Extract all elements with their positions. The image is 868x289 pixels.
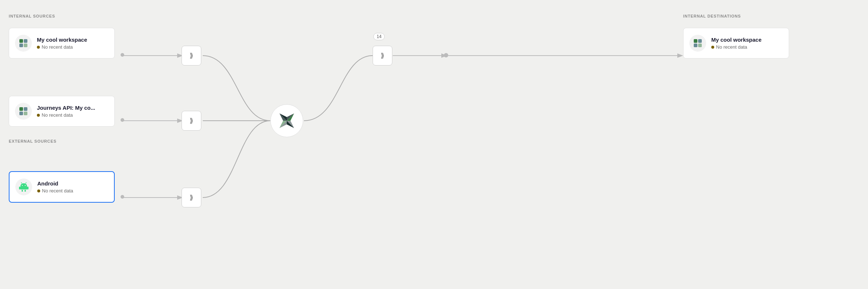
source-card-1[interactable]: My cool workspace No recent data bbox=[9, 28, 115, 59]
source-status-3: No recent data bbox=[37, 188, 73, 194]
src3-dot bbox=[121, 195, 124, 199]
status-dot-1 bbox=[37, 46, 40, 49]
destination-title-1: My cool workspace bbox=[711, 37, 762, 43]
source-icon-1 bbox=[15, 35, 32, 52]
connector-dot bbox=[444, 53, 448, 57]
destination-icon-1 bbox=[689, 35, 706, 52]
svg-point-17 bbox=[25, 185, 26, 186]
svg-rect-15 bbox=[20, 188, 27, 189]
chevron-icon-3: ⟫ bbox=[190, 194, 193, 202]
source-title-1: My cool workspace bbox=[37, 37, 87, 43]
source-status-1: No recent data bbox=[37, 44, 87, 50]
source-icon-2 bbox=[15, 103, 32, 120]
destination-status-1: No recent data bbox=[711, 44, 762, 50]
x-icon bbox=[279, 113, 295, 129]
internal-sources-label: INTERNAL SOURCES bbox=[9, 14, 55, 18]
svg-rect-34 bbox=[694, 44, 697, 47]
svg-rect-20 bbox=[19, 187, 20, 189]
svg-rect-11 bbox=[19, 112, 23, 115]
src1-dot bbox=[121, 53, 124, 57]
status-dot-2 bbox=[37, 114, 40, 117]
internal-destinations-label: INTERNAL DESTINATIONS bbox=[683, 14, 741, 18]
source-card-2[interactable]: Journeys API: My co... No recent data bbox=[9, 96, 115, 127]
svg-rect-35 bbox=[698, 44, 702, 47]
svg-rect-12 bbox=[24, 112, 27, 115]
chevron-icon-2: ⟫ bbox=[190, 117, 193, 125]
external-sources-label: EXTERNAL SOURCES bbox=[9, 139, 57, 143]
svg-rect-7 bbox=[19, 44, 23, 47]
svg-rect-32 bbox=[694, 39, 697, 43]
svg-rect-8 bbox=[24, 44, 27, 47]
svg-rect-10 bbox=[24, 107, 27, 111]
filter-node-1[interactable]: ⟫ bbox=[182, 46, 201, 65]
source-icon-3 bbox=[15, 179, 32, 195]
status-dot-3 bbox=[37, 189, 40, 192]
svg-line-18 bbox=[21, 183, 22, 183]
svg-rect-5 bbox=[19, 39, 23, 43]
status-dot-dst1 bbox=[711, 46, 714, 49]
filter-node-2[interactable]: ⟫ bbox=[182, 111, 201, 131]
src2-dot bbox=[121, 118, 124, 122]
svg-rect-9 bbox=[19, 107, 23, 111]
svg-line-19 bbox=[26, 183, 26, 183]
center-node[interactable] bbox=[270, 104, 303, 137]
svg-rect-6 bbox=[24, 39, 27, 43]
svg-rect-22 bbox=[22, 190, 23, 192]
destination-card-1[interactable]: My cool workspace No recent data bbox=[683, 28, 789, 59]
source-title-2: Journeys API: My co... bbox=[37, 105, 95, 111]
chevron-icon-4: ⟫ bbox=[381, 52, 384, 60]
svg-rect-23 bbox=[24, 190, 26, 192]
filter-node-4[interactable]: ⟫ bbox=[373, 46, 392, 65]
source-card-3[interactable]: Android No recent data bbox=[9, 171, 115, 203]
source-status-2: No recent data bbox=[37, 112, 95, 118]
svg-rect-33 bbox=[698, 39, 702, 43]
count-badge: 14 bbox=[373, 33, 385, 40]
chevron-icon-1: ⟫ bbox=[190, 52, 193, 60]
svg-rect-21 bbox=[27, 187, 28, 189]
svg-point-16 bbox=[22, 185, 23, 186]
source-title-3: Android bbox=[37, 180, 73, 187]
filter-node-3[interactable]: ⟫ bbox=[182, 188, 201, 207]
